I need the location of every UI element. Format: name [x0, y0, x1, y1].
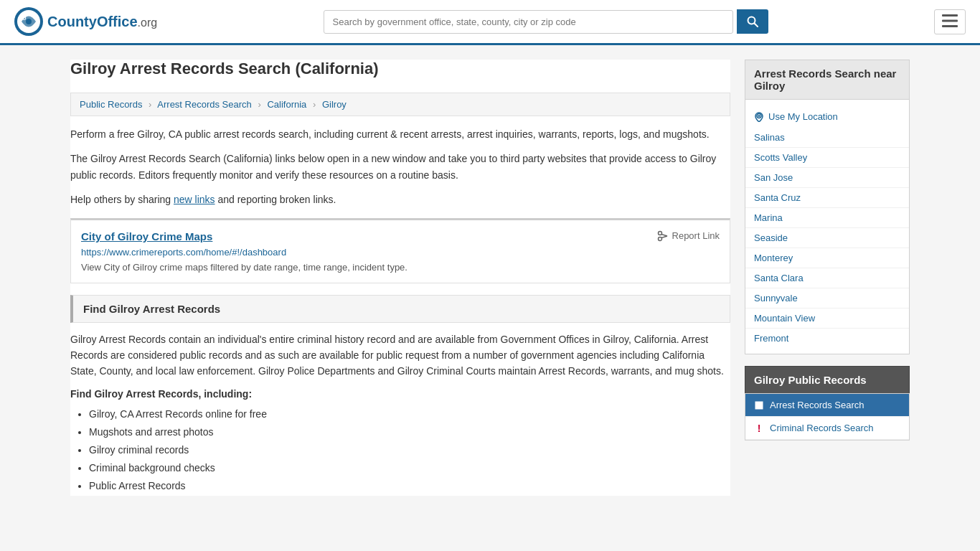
search-input[interactable]: [324, 10, 733, 34]
logo[interactable]: CO CountyOffice.org: [14, 7, 157, 36]
resource-title[interactable]: City of Gilroy Crime Maps: [81, 230, 212, 242]
breadcrumb-california[interactable]: California: [267, 99, 306, 110]
breadcrumb-arrest-records[interactable]: Arrest Records Search: [157, 99, 252, 110]
resource-desc: View City of Gilroy crime maps filtered …: [81, 262, 720, 273]
search-icon: [747, 16, 758, 27]
nearby-body: Use My Location SalinasScotts ValleySan …: [745, 99, 910, 354]
nearby-city-link[interactable]: Mountain View: [745, 309, 909, 329]
breadcrumb-gilroy[interactable]: Gilroy: [322, 99, 347, 110]
svg-line-5: [754, 24, 758, 27]
nearby-city-link[interactable]: Santa Cruz: [745, 188, 909, 208]
resource-card: City of Gilroy Crime Maps Report Link ht…: [70, 218, 730, 283]
hamburger-icon: [942, 14, 958, 27]
new-links-link[interactable]: new links: [174, 194, 215, 205]
desc-para-1: Perform a free Gilroy, CA public arrest …: [70, 126, 730, 142]
desc-para-3: Help others by sharing new links and rep…: [70, 192, 730, 207]
search-bar: [324, 9, 768, 34]
svg-point-10: [658, 237, 661, 240]
page-title: Gilroy Arrest Records Search (California…: [70, 60, 730, 84]
nearby-city-link[interactable]: Monterey: [745, 248, 909, 268]
breadcrumb-sep-2: ›: [258, 99, 260, 110]
nearby-city-link[interactable]: Salinas: [745, 128, 909, 148]
find-subheading: Find Gilroy Arrest Records, including:: [70, 388, 730, 400]
location-pin-icon: [754, 112, 764, 122]
svg-line-12: [661, 236, 667, 238]
nearby-section: Arrest Records Search near Gilroy Use My…: [745, 60, 910, 354]
resource-url[interactable]: https://www.crimereports.com/home/#!/das…: [81, 247, 720, 258]
public-records-item[interactable]: Arrest Records Search: [745, 394, 909, 417]
report-link-label: Report Link: [672, 230, 720, 241]
report-link-button[interactable]: Report Link: [657, 230, 720, 242]
public-records-item[interactable]: !Criminal Records Search: [745, 417, 909, 440]
public-records-body: Arrest Records Search!Criminal Records S…: [745, 393, 910, 441]
svg-point-2: [26, 19, 32, 24]
find-list: Gilroy, CA Arrest Records online for fre…: [70, 405, 730, 496]
breadcrumb-sep-3: ›: [313, 99, 316, 110]
breadcrumb: Public Records › Arrest Records Search ›…: [70, 93, 730, 116]
resource-card-header: City of Gilroy Crime Maps Report Link: [81, 230, 720, 242]
nearby-heading: Arrest Records Search near Gilroy: [745, 60, 910, 99]
menu-button[interactable]: [934, 9, 966, 34]
use-location-label: Use My Location: [768, 111, 838, 122]
use-location-link[interactable]: Use My Location: [745, 105, 909, 128]
find-list-item: Public Arrest Records: [89, 477, 730, 495]
main-container: Gilroy Arrest Records Search (California…: [60, 45, 920, 510]
svg-rect-6: [942, 14, 958, 17]
breadcrumb-public-records[interactable]: Public Records: [80, 99, 142, 110]
svg-rect-15: [755, 402, 763, 409]
public-records-item-label: Criminal Records Search: [770, 423, 874, 433]
public-records-item-label: Arrest Records Search: [770, 400, 864, 410]
nearby-city-link[interactable]: Sunnyvale: [745, 288, 909, 309]
exclamation-icon: !: [754, 423, 764, 433]
svg-rect-8: [942, 25, 958, 27]
public-records-heading: Gilroy Public Records: [745, 366, 910, 393]
svg-point-14: [758, 115, 760, 117]
search-button[interactable]: [737, 9, 768, 34]
svg-rect-7: [942, 19, 958, 22]
scissors-icon: [657, 230, 669, 242]
site-header: CO CountyOffice.org: [0, 0, 980, 45]
find-list-item: Gilroy criminal records: [89, 441, 730, 459]
content-area: Gilroy Arrest Records Search (California…: [70, 60, 730, 496]
nearby-city-link[interactable]: Fremont: [745, 329, 909, 348]
nearby-city-link[interactable]: Seaside: [745, 228, 909, 248]
find-list-item: Criminal background checks: [89, 459, 730, 477]
find-list-item: Mugshots and arrest photos: [89, 423, 730, 441]
nearby-city-link[interactable]: Scotts Valley: [745, 148, 909, 168]
find-list-item: Gilroy, CA Arrest Records online for fre…: [89, 405, 730, 423]
public-records-section: Gilroy Public Records Arrest Records Sea…: [745, 366, 910, 441]
find-desc: Gilroy Arrest Records contain an individ…: [70, 331, 730, 380]
logo-icon: CO: [14, 7, 43, 36]
nearby-city-link[interactable]: San Jose: [745, 168, 909, 188]
breadcrumb-sep-1: ›: [149, 99, 151, 110]
desc-para-2: The Gilroy Arrest Records Search (Califo…: [70, 151, 730, 183]
logo-text: CountyOffice.org: [47, 14, 157, 30]
nearby-city-link[interactable]: Santa Clara: [745, 268, 909, 288]
nearby-links-container: SalinasScotts ValleySan JoseSanta CruzMa…: [745, 128, 909, 348]
nearby-city-link[interactable]: Marina: [745, 208, 909, 228]
svg-text:CO: CO: [19, 16, 27, 21]
square-icon: [754, 400, 764, 410]
find-section-header: Find Gilroy Arrest Records: [70, 295, 730, 323]
svg-point-9: [658, 231, 661, 235]
sidebar: Arrest Records Search near Gilroy Use My…: [745, 60, 910, 496]
